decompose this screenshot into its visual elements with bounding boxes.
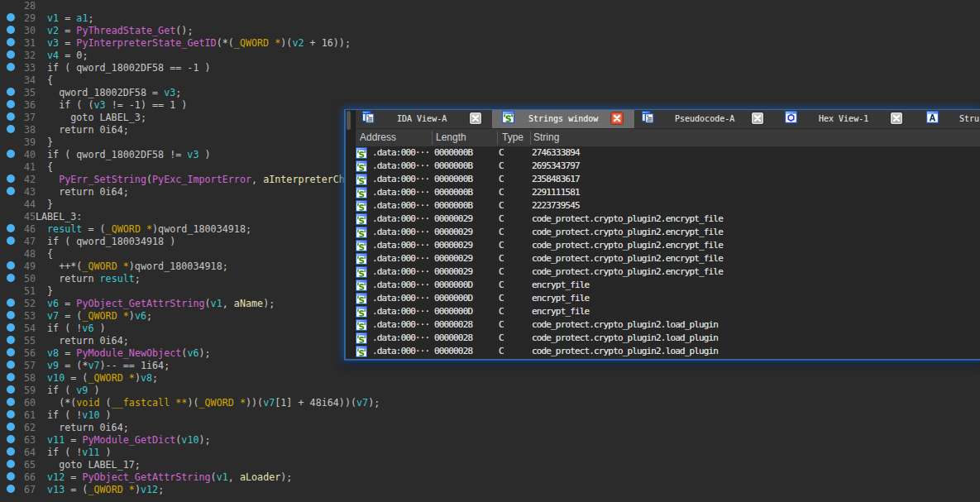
- tab-stru[interactable]: Stru: [915, 110, 980, 128]
- string-row[interactable]: .data:000···00000029Ccode_protect.crypto…: [356, 226, 980, 239]
- line-address-dot-icon[interactable]: [7, 385, 16, 394]
- string-row[interactable]: .data:000···0000000BC2291111581: [356, 186, 980, 199]
- column-separator[interactable]: [432, 131, 433, 145]
- line-address-dot-icon[interactable]: [7, 224, 16, 233]
- tab-pseudocode-a[interactable]: Pseudocode-A: [634, 110, 777, 128]
- code-line[interactable]: 35 qword_18002DF58 = v3;: [0, 87, 980, 99]
- line-number: 59: [0, 385, 36, 397]
- column-header-length[interactable]: Length: [436, 129, 466, 146]
- string-row[interactable]: .data:000···0000000BC2358483617: [356, 173, 980, 186]
- string-row[interactable]: .data:000···00000029Ccode_protect.crypto…: [356, 252, 980, 265]
- string-row[interactable]: .data:000···0000000DCencrypt_file: [356, 279, 980, 292]
- string-row[interactable]: .data:000···00000028Ccode_protect.crypto…: [356, 318, 980, 332]
- string-row[interactable]: .data:000···00000029Ccode_protect.crypto…: [356, 239, 980, 252]
- column-header-type[interactable]: Type: [502, 129, 523, 146]
- string-row[interactable]: .data:000···00000028Ccode_protect.crypto…: [356, 345, 980, 358]
- string-row[interactable]: .data:000···0000000BC2746333894: [356, 146, 980, 160]
- line-address-dot-icon[interactable]: [7, 447, 16, 457]
- code-line[interactable]: 57 v9 = (*v7)-- == 1i64;: [0, 360, 980, 372]
- tab-strings-window[interactable]: Strings window: [492, 110, 634, 128]
- line-address-dot-icon[interactable]: [7, 336, 16, 345]
- line-address-dot-icon[interactable]: [7, 187, 16, 196]
- line-address-dot-icon[interactable]: [7, 50, 16, 60]
- column-header-address[interactable]: Address: [360, 129, 396, 146]
- code-line[interactable]: 58 v10 = (_QWORD *)v8;: [0, 372, 980, 385]
- code-line[interactable]: 60 (*(void (__fastcall **)(_QWORD *))(v7…: [0, 397, 980, 409]
- code-line[interactable]: 62 return 0i64;: [0, 422, 980, 434]
- code-line[interactable]: 29 v1 = a1;: [0, 12, 980, 25]
- line-address-dot-icon[interactable]: [7, 435, 16, 444]
- string-row[interactable]: .data:000···00000029Ccode_protect.crypto…: [356, 265, 980, 279]
- code-line[interactable]: 66 v12 = PyObject_GetAttrString(v1, aLoa…: [0, 471, 980, 484]
- line-address-dot-icon[interactable]: [7, 125, 16, 134]
- line-number: 32: [0, 50, 36, 62]
- line-address-dot-icon[interactable]: [7, 323, 16, 332]
- cell-length: 0000000D: [434, 292, 472, 305]
- code-line[interactable]: 65 goto LABEL_17;: [0, 459, 980, 471]
- string-row[interactable]: .data:000···00000029Ccode_protect.crypto…: [356, 213, 980, 226]
- tab-ida-view-a[interactable]: IDA View-A: [356, 110, 492, 128]
- code-line[interactable]: 33 if ( qword_18002DF58 == -1 ): [0, 62, 980, 74]
- code-token: ();: [175, 25, 193, 36]
- line-address-dot-icon[interactable]: [7, 13, 16, 22]
- code-line[interactable]: 30 v2 = PyThreadState_Get();: [0, 25, 980, 37]
- string-row[interactable]: .data:000···0000000BC2223739545: [356, 199, 980, 213]
- code-token: PyObject_GetAttrString: [76, 298, 204, 309]
- line-address-dot-icon[interactable]: [7, 460, 16, 469]
- column-header-string[interactable]: String: [533, 129, 559, 146]
- tab-hex-view-1[interactable]: Hex View-1: [777, 110, 915, 128]
- string-row[interactable]: .data:000···0000000BC2695343797: [356, 160, 980, 173]
- line-number: 56: [0, 347, 36, 360]
- scrollbar-thumb[interactable]: [347, 111, 351, 130]
- close-icon[interactable]: [611, 112, 623, 124]
- close-icon[interactable]: [891, 112, 902, 124]
- line-address-dot-icon[interactable]: [7, 261, 16, 270]
- code-line[interactable]: 31 v3 = PyInterpreterState_GetID(*(_QWOR…: [0, 37, 980, 50]
- string-row[interactable]: .data:000···0000000DCencrypt_file: [356, 292, 980, 305]
- line-address-dot-icon[interactable]: [7, 485, 16, 494]
- code-line[interactable]: 28: [0, 0, 980, 12]
- close-icon[interactable]: [470, 112, 481, 124]
- code-line[interactable]: 61 if ( !v10 ): [0, 409, 980, 422]
- line-address-dot-icon[interactable]: [7, 398, 16, 407]
- column-separator[interactable]: [497, 131, 498, 145]
- code-line[interactable]: 32 v4 = 0;: [0, 50, 980, 62]
- line-address-dot-icon[interactable]: [7, 237, 16, 246]
- line-address-dot-icon[interactable]: [7, 373, 16, 382]
- string-row[interactable]: .data:000···0000000DCencrypt_file: [356, 305, 980, 318]
- line-address-dot-icon[interactable]: [7, 150, 16, 159]
- code-token: (*(: [217, 37, 234, 49]
- cell-address: .data:000···: [372, 213, 429, 226]
- line-address-dot-icon[interactable]: [7, 410, 16, 419]
- pseudocode-scrollbar[interactable]: [346, 110, 356, 359]
- line-address-dot-icon[interactable]: [7, 88, 16, 97]
- code-token: [36, 484, 47, 495]
- string-row[interactable]: .data:000···00000028Ccode_protect.crypto…: [356, 332, 980, 345]
- line-address-dot-icon[interactable]: [7, 472, 16, 481]
- line-address-dot-icon[interactable]: [7, 175, 16, 184]
- line-address-dot-icon[interactable]: [7, 112, 16, 122]
- code-line[interactable]: 34 {: [0, 74, 980, 87]
- line-address-dot-icon[interactable]: [7, 348, 16, 357]
- code-line[interactable]: 64 if ( !v11 ): [0, 447, 980, 459]
- line-address-dot-icon[interactable]: [7, 423, 16, 432]
- code-line[interactable]: 59 if ( v9 ): [0, 385, 980, 397]
- line-address-dot-icon[interactable]: [7, 274, 16, 283]
- string-item-icon: [356, 227, 367, 238]
- line-address-dot-icon[interactable]: [7, 100, 16, 109]
- code-token: ,: [228, 471, 240, 483]
- line-number: 48: [0, 248, 36, 261]
- line-address-dot-icon[interactable]: [7, 26, 16, 35]
- cell-string: encrypt_file: [532, 305, 589, 318]
- line-address-dot-icon[interactable]: [7, 38, 16, 47]
- cell-length: 0000000B: [434, 173, 472, 186]
- code-token: aName: [234, 298, 263, 309]
- line-address-dot-icon[interactable]: [7, 361, 16, 370]
- code-line[interactable]: 67 v13 = (_QWORD *)v12;: [0, 484, 980, 496]
- line-address-dot-icon[interactable]: [7, 63, 16, 72]
- column-separator[interactable]: [530, 131, 531, 145]
- close-icon[interactable]: [752, 112, 763, 124]
- code-line[interactable]: 63 v11 = PyModule_GetDict(v10);: [0, 434, 980, 447]
- line-address-dot-icon[interactable]: [7, 299, 16, 308]
- line-address-dot-icon[interactable]: [7, 311, 16, 320]
